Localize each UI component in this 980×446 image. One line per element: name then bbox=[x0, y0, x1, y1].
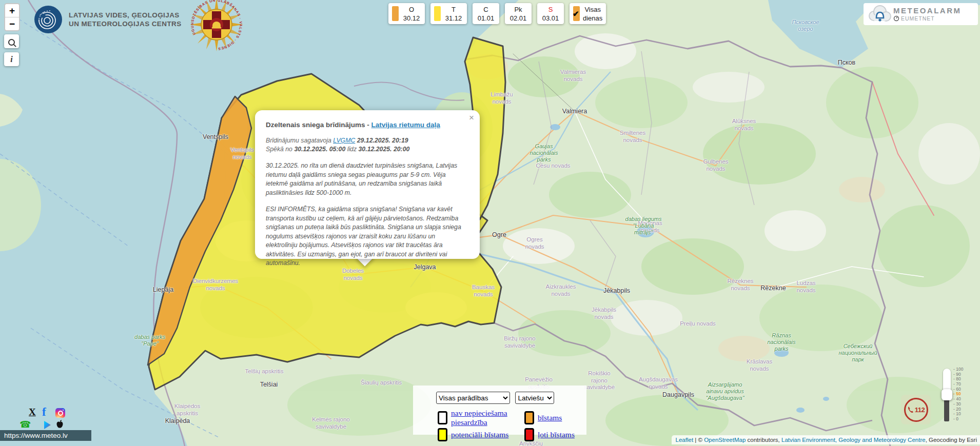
meteoalarm-subtitle: EUMETNET bbox=[893, 15, 962, 22]
day-tab-T-31.12[interactable]: T31.12 bbox=[430, 3, 467, 24]
day-tab-label: Pk02.01 bbox=[508, 5, 528, 23]
day-tabs: O30.12T31.12C01.01Pk02.01S03.01✔Visasdie… bbox=[388, 3, 606, 24]
zoom-control: + − bbox=[4, 3, 20, 31]
legend-link[interactable]: nav nepieciešama piesardzība bbox=[451, 409, 524, 427]
legend-color-swatch bbox=[524, 428, 534, 441]
slider-ticks: - 100- 90- 80- 70- 60- 50- 40- 30- 20- 1… bbox=[953, 367, 963, 422]
zoom-out-button[interactable]: − bbox=[5, 17, 19, 30]
legend-item: potenciāli bīstams bbox=[438, 428, 524, 441]
map-canvas[interactable] bbox=[0, 0, 980, 446]
meteoalarm-cloud-bell-icon bbox=[867, 5, 893, 24]
apple-icon[interactable] bbox=[55, 419, 64, 431]
x-twitter-icon[interactable]: X bbox=[29, 407, 36, 418]
legend-item: nav nepieciešama piesardzība bbox=[438, 409, 524, 427]
legend-panel: Visas parādības Latviešu nav nepieciešam… bbox=[413, 386, 586, 435]
emergency-112-badge[interactable]: 112 bbox=[901, 395, 931, 424]
opacity-slider: - 100- 90- 80- 70- 60- 50- 40- 30- 20- 1… bbox=[939, 365, 972, 425]
day-tab-label: C01.01 bbox=[476, 5, 496, 23]
legend-link[interactable]: ļoti bīstams bbox=[538, 430, 575, 439]
slider-tick: - 0 bbox=[953, 417, 963, 422]
warning-popup: × Dzeltenais sniega brīdinājums - Latvij… bbox=[255, 110, 480, 259]
language-select[interactable]: Latviešu bbox=[515, 392, 554, 404]
attribution-link[interactable]: Latvian Environment, Geology and Meteoro… bbox=[781, 437, 926, 443]
info-button[interactable]: i bbox=[4, 52, 19, 66]
facebook-icon[interactable]: f bbox=[42, 406, 46, 419]
popup-meta: Brīdinājumu sagatavoja LVĢMC 29.12.2025.… bbox=[266, 136, 466, 154]
popup-body-forecast: 30.12.2025. no rīta un dienā daudzviet t… bbox=[266, 161, 466, 197]
legend-color-swatch bbox=[438, 411, 447, 424]
legend-color-swatch bbox=[524, 411, 534, 424]
day-tab-S-03.01[interactable]: S03.01 bbox=[537, 3, 564, 24]
lvgmc-link[interactable]: LVĢMC bbox=[333, 137, 355, 144]
browser-status-bar: https://www.meteo.lv bbox=[0, 430, 91, 441]
legend-item: ļoti bīstams bbox=[524, 428, 586, 441]
popup-body-advice: ESI INFORMĒTS, ka gaidāma stipra snigšan… bbox=[266, 205, 466, 268]
eumetnet-swirl-icon bbox=[893, 15, 899, 22]
lvgmc-logo-icon bbox=[34, 5, 63, 34]
social-links: X f ☎ bbox=[19, 407, 71, 431]
day-tab-label: S03.01 bbox=[541, 5, 560, 23]
legend-link[interactable]: potenciāli bīstams bbox=[451, 430, 508, 439]
legend-link[interactable]: bīstams bbox=[538, 413, 562, 422]
phone-receiver-icon bbox=[907, 406, 914, 413]
close-icon[interactable]: × bbox=[469, 113, 474, 123]
popup-title: Dzeltenais sniega brīdinājums - Latvijas… bbox=[266, 121, 466, 129]
warning-color-swatch bbox=[392, 6, 399, 21]
day-tab-label: T31.12 bbox=[444, 5, 463, 23]
meteoalarm-banner[interactable]: METEOALARM EUMETNET bbox=[864, 3, 978, 25]
warning-color-swatch bbox=[434, 6, 441, 21]
day-tab-Pk-02.01[interactable]: Pk02.01 bbox=[505, 3, 532, 24]
phenomena-select[interactable]: Visas parādības bbox=[436, 392, 510, 404]
slider-track-lower[interactable] bbox=[944, 399, 949, 421]
day-tab-label: O30.12 bbox=[402, 5, 421, 23]
fire-service-badge: UGUNSDZĒSĪBAS UN GLĀBŠANAS · VALSTS · DI… bbox=[186, 0, 247, 57]
search-button[interactable] bbox=[4, 34, 19, 48]
meteoalarm-title: METEOALARM bbox=[893, 7, 962, 14]
check-icon: ✔ bbox=[573, 9, 579, 18]
attribution-link[interactable]: Leaflet bbox=[676, 437, 694, 443]
weather-warning-map-app: VentspilsLiepājaKlaipėdaTelšiaiJelgavaOg… bbox=[0, 0, 980, 446]
search-icon bbox=[8, 39, 15, 46]
lvgmc-header: LATVIJAS VIDES, ĢEOLOĢIJAS UN METEOROLOĢ… bbox=[34, 5, 182, 34]
emergency-112-circle: 112 bbox=[904, 398, 928, 422]
attribution-text: , Geocoding by Esri bbox=[926, 437, 977, 443]
day-tab-label: Visasdienas bbox=[583, 5, 602, 23]
selected-check-swatch: ✔ bbox=[573, 6, 580, 21]
attribution-text: contributors, bbox=[746, 437, 781, 443]
attribution-text: | © bbox=[693, 437, 704, 443]
slider-handle[interactable] bbox=[942, 389, 952, 400]
phone-icon[interactable]: ☎ bbox=[19, 419, 31, 430]
instagram-icon[interactable] bbox=[55, 408, 65, 418]
warning-region-link[interactable]: Latvijas rietumu daļa bbox=[371, 121, 440, 129]
legend-color-swatch bbox=[438, 428, 447, 441]
day-tab-C-01.01[interactable]: C01.01 bbox=[473, 3, 499, 24]
day-tab-O-30.12[interactable]: O30.12 bbox=[388, 3, 425, 24]
org-name: LATVIJAS VIDES, ĢEOLOĢIJAS UN METEOROLOĢ… bbox=[69, 11, 182, 28]
map-attribution: Leaflet | © OpenStreetMap contributors, … bbox=[672, 435, 980, 444]
legend-item: bīstams bbox=[524, 409, 586, 427]
day-tab-Visas-dienas[interactable]: ✔Visasdienas bbox=[570, 3, 606, 24]
legend-items: nav nepieciešama piesardzībabīstamspoten… bbox=[438, 409, 586, 441]
attribution-link[interactable]: OpenStreetMap bbox=[704, 437, 746, 443]
emergency-number: 112 bbox=[915, 406, 925, 414]
zoom-in-button[interactable]: + bbox=[5, 4, 19, 17]
